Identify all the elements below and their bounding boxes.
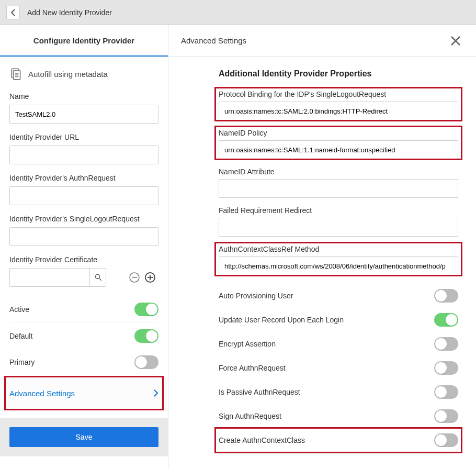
chevron-left-icon bbox=[10, 9, 16, 16]
autofill-metadata-link[interactable]: Autofill using metadata bbox=[9, 67, 158, 81]
cert-search-button[interactable] bbox=[89, 268, 106, 287]
create-authn-toggle[interactable] bbox=[434, 433, 458, 447]
url-label: Identity Provider URL bbox=[9, 133, 158, 141]
force-authn-label: Force AuthnRequest bbox=[219, 364, 286, 372]
name-label: Name bbox=[9, 92, 158, 100]
back-button[interactable] bbox=[6, 6, 20, 19]
active-label: Active bbox=[9, 305, 29, 314]
active-toggle[interactable] bbox=[134, 303, 158, 316]
close-button[interactable] bbox=[448, 33, 463, 49]
close-icon bbox=[450, 35, 461, 47]
update-user-toggle[interactable] bbox=[434, 313, 458, 327]
protocol-binding-input[interactable] bbox=[219, 102, 458, 120]
url-input[interactable] bbox=[9, 146, 158, 164]
default-label: Default bbox=[9, 332, 32, 340]
force-authn-toggle[interactable] bbox=[434, 361, 458, 375]
auto-prov-toggle[interactable] bbox=[434, 289, 458, 303]
create-authn-label: Create AuthnContextClass bbox=[219, 436, 305, 444]
remove-cert-button[interactable] bbox=[128, 271, 141, 284]
add-cert-button[interactable] bbox=[144, 271, 156, 284]
authn-context-input[interactable] bbox=[219, 256, 458, 275]
is-passive-toggle[interactable] bbox=[434, 385, 458, 399]
slo-label: Identity Provider's SingleLogoutRequest bbox=[9, 215, 158, 223]
failed-redirect-label: Failed Requirement Redirect bbox=[219, 206, 458, 215]
section-title: Additional Identity Provider Properties bbox=[219, 69, 458, 79]
cert-label: Identity Provider Certificate bbox=[9, 255, 158, 264]
is-passive-label: Is Passive AuthnRequest bbox=[219, 388, 300, 396]
authn-context-label: AuthnContextClassRef Method bbox=[219, 245, 458, 253]
left-header: Configure Identity Provider bbox=[0, 25, 168, 57]
default-toggle[interactable] bbox=[134, 329, 158, 343]
advanced-settings-link[interactable]: Advanced Settings bbox=[0, 378, 168, 408]
protocol-binding-label: Protocol Binding for the IDP's SingleLog… bbox=[219, 90, 458, 98]
document-icon bbox=[9, 67, 23, 81]
autofill-label: Autofill using metadata bbox=[28, 70, 108, 79]
authn-input[interactable] bbox=[9, 186, 158, 205]
sign-authn-label: Sign AuthnRequest bbox=[219, 412, 281, 420]
svg-line-6 bbox=[99, 278, 101, 281]
name-input[interactable] bbox=[9, 105, 158, 124]
nameid-attribute-input[interactable] bbox=[219, 179, 458, 198]
search-icon bbox=[95, 274, 102, 281]
nameid-attribute-label: NameID Attribute bbox=[219, 168, 458, 176]
advanced-settings-label: Advanced Settings bbox=[9, 389, 75, 398]
sign-authn-toggle[interactable] bbox=[434, 409, 458, 423]
authn-label: Identity Provider's AuthnRequest bbox=[9, 174, 158, 182]
right-header-title: Advanced Settings bbox=[181, 36, 246, 45]
chevron-right-icon bbox=[153, 389, 158, 397]
failed-redirect-input[interactable] bbox=[219, 218, 458, 237]
auto-prov-label: Auto Provisioning User bbox=[219, 292, 293, 300]
plus-circle-icon bbox=[144, 272, 156, 283]
left-panel: Configure Identity Provider Autofill usi… bbox=[0, 25, 168, 469]
right-panel: Advanced Settings Additional Identity Pr… bbox=[168, 25, 476, 469]
svg-point-5 bbox=[95, 275, 99, 279]
save-button[interactable]: Save bbox=[9, 427, 158, 447]
minus-circle-icon bbox=[129, 272, 140, 283]
primary-label: Primary bbox=[9, 358, 35, 366]
encrypt-toggle[interactable] bbox=[434, 337, 458, 351]
nameid-policy-label: NameID Policy bbox=[219, 129, 458, 137]
slo-input[interactable] bbox=[9, 227, 158, 246]
page-title: Add New Identity Provider bbox=[27, 8, 112, 17]
nameid-policy-input[interactable] bbox=[219, 140, 458, 159]
primary-toggle[interactable] bbox=[134, 355, 158, 369]
update-user-label: Update User Record Upon Each Login bbox=[219, 316, 344, 324]
top-bar: Add New Identity Provider bbox=[0, 0, 476, 25]
encrypt-label: Encrypt Assertion bbox=[219, 340, 276, 348]
